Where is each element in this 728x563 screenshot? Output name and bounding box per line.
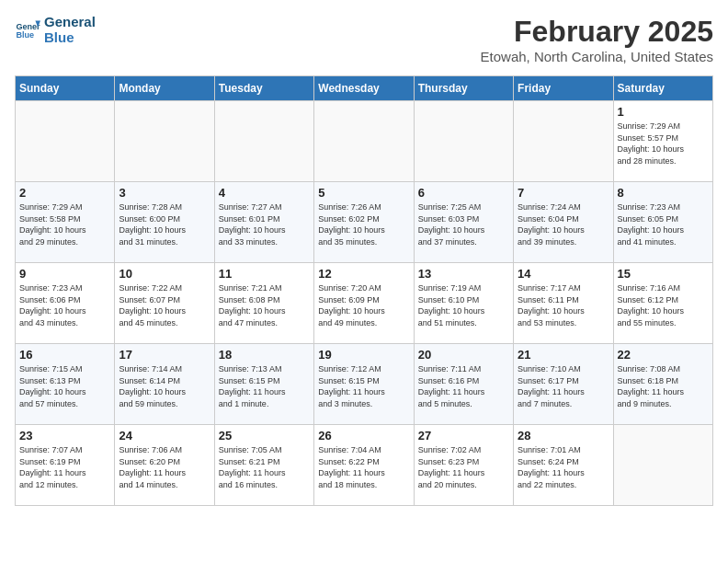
day-number: 21 xyxy=(518,348,609,362)
calendar-cell: 24Sunrise: 7:06 AM Sunset: 6:20 PM Dayli… xyxy=(115,425,214,506)
day-info: Sunrise: 7:06 AM Sunset: 6:20 PM Dayligh… xyxy=(119,444,210,490)
calendar-cell: 10Sunrise: 7:22 AM Sunset: 6:07 PM Dayli… xyxy=(115,263,214,344)
calendar-cell: 1Sunrise: 7:29 AM Sunset: 5:57 PM Daylig… xyxy=(613,101,712,182)
calendar-cell xyxy=(314,101,414,182)
day-number: 11 xyxy=(219,267,310,281)
calendar-cell: 20Sunrise: 7:11 AM Sunset: 6:16 PM Dayli… xyxy=(414,344,513,425)
day-info: Sunrise: 7:04 AM Sunset: 6:22 PM Dayligh… xyxy=(318,444,409,490)
calendar-cell: 9Sunrise: 7:23 AM Sunset: 6:06 PM Daylig… xyxy=(16,263,115,344)
logo: General Blue General Blue xyxy=(15,15,96,45)
header-tuesday: Tuesday xyxy=(214,76,313,101)
calendar-week-1: 1Sunrise: 7:29 AM Sunset: 5:57 PM Daylig… xyxy=(16,101,713,182)
calendar-cell: 16Sunrise: 7:15 AM Sunset: 6:13 PM Dayli… xyxy=(16,344,115,425)
calendar-cell: 23Sunrise: 7:07 AM Sunset: 6:19 PM Dayli… xyxy=(16,425,115,506)
day-number: 20 xyxy=(418,348,509,362)
day-info: Sunrise: 7:20 AM Sunset: 6:09 PM Dayligh… xyxy=(318,282,409,328)
day-number: 15 xyxy=(618,267,709,281)
calendar-cell xyxy=(613,425,712,506)
day-info: Sunrise: 7:14 AM Sunset: 6:14 PM Dayligh… xyxy=(119,363,210,409)
day-info: Sunrise: 7:24 AM Sunset: 6:04 PM Dayligh… xyxy=(518,201,609,247)
calendar-cell: 7Sunrise: 7:24 AM Sunset: 6:04 PM Daylig… xyxy=(514,182,613,263)
title-area: February 2025 Etowah, North Carolina, Un… xyxy=(481,15,713,64)
day-info: Sunrise: 7:21 AM Sunset: 6:08 PM Dayligh… xyxy=(219,282,310,328)
calendar-week-5: 23Sunrise: 7:07 AM Sunset: 6:19 PM Dayli… xyxy=(16,425,713,506)
day-info: Sunrise: 7:17 AM Sunset: 6:11 PM Dayligh… xyxy=(518,282,609,328)
day-info: Sunrise: 7:26 AM Sunset: 6:02 PM Dayligh… xyxy=(318,201,409,247)
calendar-cell: 8Sunrise: 7:23 AM Sunset: 6:05 PM Daylig… xyxy=(613,182,712,263)
day-number: 5 xyxy=(318,186,409,200)
calendar-cell: 2Sunrise: 7:29 AM Sunset: 5:58 PM Daylig… xyxy=(16,182,115,263)
day-info: Sunrise: 7:01 AM Sunset: 6:24 PM Dayligh… xyxy=(518,444,609,490)
day-info: Sunrise: 7:15 AM Sunset: 6:13 PM Dayligh… xyxy=(19,363,110,409)
day-number: 17 xyxy=(119,348,210,362)
calendar-week-4: 16Sunrise: 7:15 AM Sunset: 6:13 PM Dayli… xyxy=(16,344,713,425)
calendar-table: SundayMondayTuesdayWednesdayThursdayFrid… xyxy=(15,75,713,506)
calendar-cell xyxy=(16,101,115,182)
calendar-header-row: SundayMondayTuesdayWednesdayThursdayFrid… xyxy=(16,76,713,101)
day-number: 4 xyxy=(219,186,310,200)
day-number: 18 xyxy=(219,348,310,362)
calendar-cell: 15Sunrise: 7:16 AM Sunset: 6:12 PM Dayli… xyxy=(613,263,712,344)
header: General Blue General Blue February 2025 … xyxy=(15,15,713,64)
day-number: 9 xyxy=(19,267,110,281)
day-info: Sunrise: 7:11 AM Sunset: 6:16 PM Dayligh… xyxy=(418,363,509,409)
day-number: 25 xyxy=(219,429,310,442)
day-number: 23 xyxy=(19,429,110,442)
calendar-cell xyxy=(115,101,214,182)
day-number: 3 xyxy=(119,186,210,200)
day-info: Sunrise: 7:13 AM Sunset: 6:15 PM Dayligh… xyxy=(219,363,310,409)
day-number: 14 xyxy=(518,267,609,281)
day-number: 19 xyxy=(318,348,409,362)
day-number: 7 xyxy=(518,186,609,200)
calendar-cell: 28Sunrise: 7:01 AM Sunset: 6:24 PM Dayli… xyxy=(514,425,613,506)
day-info: Sunrise: 7:19 AM Sunset: 6:10 PM Dayligh… xyxy=(418,282,509,328)
day-number: 12 xyxy=(318,267,409,281)
day-number: 26 xyxy=(318,429,409,442)
header-sunday: Sunday xyxy=(16,76,115,101)
calendar-cell: 18Sunrise: 7:13 AM Sunset: 6:15 PM Dayli… xyxy=(214,344,313,425)
day-info: Sunrise: 7:07 AM Sunset: 6:19 PM Dayligh… xyxy=(19,444,110,490)
day-info: Sunrise: 7:22 AM Sunset: 6:07 PM Dayligh… xyxy=(119,282,210,328)
calendar-cell: 14Sunrise: 7:17 AM Sunset: 6:11 PM Dayli… xyxy=(514,263,613,344)
calendar-cell: 21Sunrise: 7:10 AM Sunset: 6:17 PM Dayli… xyxy=(514,344,613,425)
header-wednesday: Wednesday xyxy=(314,76,414,101)
day-info: Sunrise: 7:08 AM Sunset: 6:18 PM Dayligh… xyxy=(618,363,709,409)
calendar-cell: 13Sunrise: 7:19 AM Sunset: 6:10 PM Dayli… xyxy=(414,263,513,344)
logo-general: General xyxy=(44,15,96,30)
calendar-cell: 25Sunrise: 7:05 AM Sunset: 6:21 PM Dayli… xyxy=(214,425,313,506)
calendar-cell xyxy=(214,101,313,182)
day-number: 2 xyxy=(19,186,110,200)
day-number: 1 xyxy=(618,105,709,119)
calendar-cell: 17Sunrise: 7:14 AM Sunset: 6:14 PM Dayli… xyxy=(115,344,214,425)
day-number: 8 xyxy=(618,186,709,200)
header-friday: Friday xyxy=(514,76,613,101)
calendar-cell: 11Sunrise: 7:21 AM Sunset: 6:08 PM Dayli… xyxy=(214,263,313,344)
day-number: 28 xyxy=(518,429,609,442)
header-thursday: Thursday xyxy=(414,76,513,101)
calendar-week-3: 9Sunrise: 7:23 AM Sunset: 6:06 PM Daylig… xyxy=(16,263,713,344)
day-info: Sunrise: 7:28 AM Sunset: 6:00 PM Dayligh… xyxy=(119,201,210,247)
day-number: 24 xyxy=(119,429,210,442)
calendar-cell: 19Sunrise: 7:12 AM Sunset: 6:15 PM Dayli… xyxy=(314,344,414,425)
header-saturday: Saturday xyxy=(613,76,712,101)
day-number: 22 xyxy=(618,348,709,362)
day-number: 13 xyxy=(418,267,509,281)
calendar-cell: 26Sunrise: 7:04 AM Sunset: 6:22 PM Dayli… xyxy=(314,425,414,506)
page-subtitle: Etowah, North Carolina, United States xyxy=(481,49,713,64)
page-title: February 2025 xyxy=(481,15,713,49)
day-number: 16 xyxy=(19,348,110,362)
day-info: Sunrise: 7:23 AM Sunset: 6:05 PM Dayligh… xyxy=(618,201,709,247)
day-info: Sunrise: 7:23 AM Sunset: 6:06 PM Dayligh… xyxy=(19,282,110,328)
logo-blue: Blue xyxy=(44,30,96,46)
svg-text:Blue: Blue xyxy=(16,30,34,40)
calendar-week-2: 2Sunrise: 7:29 AM Sunset: 5:58 PM Daylig… xyxy=(16,182,713,263)
day-info: Sunrise: 7:12 AM Sunset: 6:15 PM Dayligh… xyxy=(318,363,409,409)
day-info: Sunrise: 7:05 AM Sunset: 6:21 PM Dayligh… xyxy=(219,444,310,490)
calendar-cell xyxy=(514,101,613,182)
calendar-cell: 12Sunrise: 7:20 AM Sunset: 6:09 PM Dayli… xyxy=(314,263,414,344)
logo-icon: General Blue xyxy=(15,17,40,43)
day-info: Sunrise: 7:10 AM Sunset: 6:17 PM Dayligh… xyxy=(518,363,609,409)
day-number: 6 xyxy=(418,186,509,200)
day-number: 27 xyxy=(418,429,509,442)
calendar-cell: 22Sunrise: 7:08 AM Sunset: 6:18 PM Dayli… xyxy=(613,344,712,425)
